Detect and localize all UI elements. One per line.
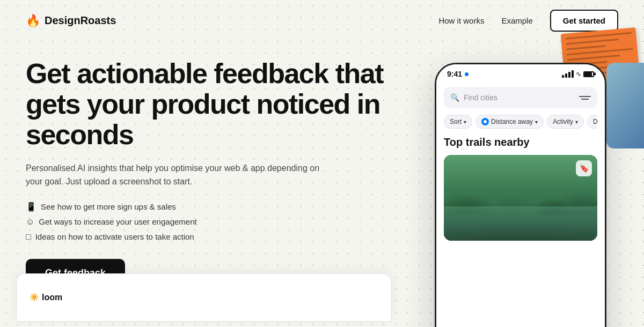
more-tag-text: Di	[593, 118, 597, 125]
filter-icon[interactable]	[579, 92, 591, 103]
phone-time-dot	[465, 72, 469, 76]
feature-text-3: Ideas on how to activate users to take a…	[35, 232, 194, 241]
filter-activity-tag[interactable]: Activity ▾	[547, 115, 584, 129]
sticky-line	[566, 45, 606, 50]
section-title: Top trails nearby	[444, 136, 597, 148]
logo[interactable]: 🔥 DesignRoasts	[26, 14, 116, 28]
logo-flame-icon: 🔥	[26, 14, 40, 28]
loom-asterisk-icon: ✳	[30, 291, 39, 304]
signal-bar	[568, 72, 570, 78]
feature-icon-3: □	[26, 232, 31, 242]
search-icon: 🔍	[450, 93, 459, 102]
phone-status-icons: ∿	[562, 70, 594, 78]
signal-bar	[565, 73, 567, 78]
feature-text-2: Get ways to increase your user engagemen…	[39, 217, 196, 226]
battery-icon	[583, 71, 594, 77]
signal-bar	[562, 75, 564, 78]
filter-line	[579, 96, 591, 97]
sticky-line	[566, 39, 619, 45]
feature-item-3: □ Ideas on how to activate users to take…	[26, 232, 391, 242]
battery-fill	[584, 72, 592, 76]
location-dot-icon	[481, 118, 489, 125]
chevron-down-icon: ▾	[535, 119, 538, 125]
sticky-line	[567, 55, 620, 61]
hero-title: Get actionable feedback that gets your p…	[26, 58, 391, 151]
sticky-line	[565, 32, 632, 40]
loom-card: ✳ loom	[16, 273, 392, 322]
loom-logo-text: loom	[42, 293, 62, 302]
wifi-icon: ∿	[576, 70, 581, 78]
filter-distance-tag[interactable]: Distance away ▾	[475, 115, 544, 129]
phone-time: 9:41	[447, 70, 462, 78]
feature-icon-1: 📱	[26, 202, 36, 212]
feature-item-2: ☺ Get ways to increase your user engagem…	[26, 217, 391, 227]
filter-line	[581, 99, 588, 100]
nav-links: How it works Example Get started	[438, 10, 618, 32]
filter-more-tag[interactable]: Di ▾	[587, 115, 597, 129]
search-bar[interactable]: 🔍 Find cities	[444, 87, 597, 108]
phone-content: 🔍 Find cities Sort ▾ Distance a	[436, 81, 605, 246]
signal-icon	[562, 70, 574, 78]
filter-sort-tag[interactable]: Sort ▾	[444, 115, 472, 129]
signal-bar	[572, 70, 574, 78]
filter-tags: Sort ▾ Distance away ▾ Activity ▾ Di	[444, 115, 597, 129]
feature-item-1: 📱 See how to get more sign ups & sales	[26, 202, 391, 212]
bookmark-button[interactable]: 🔖	[576, 160, 592, 176]
trail-card: 🔖	[444, 155, 597, 241]
nav-how-it-works[interactable]: How it works	[438, 16, 484, 25]
feature-list: 📱 See how to get more sign ups & sales ☺…	[26, 202, 391, 242]
feature-icon-2: ☺	[26, 217, 34, 227]
nav-example[interactable]: Example	[501, 16, 532, 25]
activity-label: Activity	[553, 118, 573, 125]
navbar: 🔥 DesignRoasts How it works Example Get …	[0, 0, 644, 41]
chevron-down-icon: ▾	[464, 119, 466, 125]
feature-text-1: See how to get more sign ups & sales	[41, 202, 176, 211]
phone-status-bar: 9:41 ∿	[436, 64, 605, 81]
forest-water	[444, 206, 597, 241]
distance-label: Distance away	[491, 118, 533, 125]
hero-subtitle: Personalised AI insights that help you o…	[26, 161, 326, 189]
loom-logo: ✳ loom	[30, 291, 62, 304]
sort-label: Sort	[450, 118, 462, 125]
trail-card-partial	[606, 63, 644, 148]
phone-mockup: 9:41 ∿	[435, 63, 606, 327]
trail-image	[444, 155, 597, 241]
search-input[interactable]: Find cities	[464, 93, 575, 102]
chevron-down-icon: ▾	[575, 119, 578, 125]
logo-text: DesignRoasts	[45, 14, 116, 27]
hero-section: Get actionable feedback that gets your p…	[0, 41, 644, 316]
nav-get-started-button[interactable]: Get started	[550, 10, 618, 32]
